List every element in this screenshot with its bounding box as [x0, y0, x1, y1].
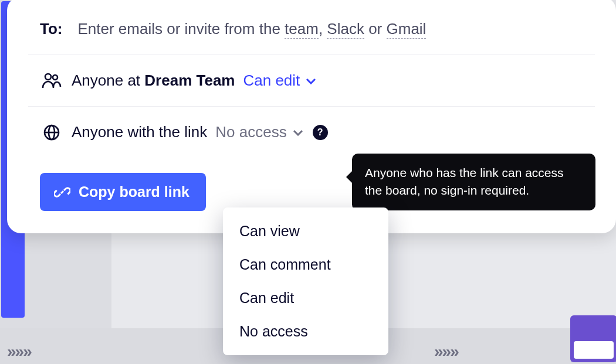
- link-icon: [54, 184, 70, 200]
- copy-button-label: Copy board link: [79, 183, 189, 200]
- team-permission-select[interactable]: Can edit: [243, 72, 316, 90]
- link-access-label: Anyone with the link: [72, 123, 207, 141]
- invite-input[interactable]: Enter emails or invite from the team, Sl…: [78, 20, 427, 38]
- invite-row: To: Enter emails or invite from the team…: [28, 13, 595, 55]
- people-icon: [40, 72, 63, 90]
- link-access-row: Anyone with the link No access ?: [28, 107, 595, 159]
- team-name: Dream Team: [144, 72, 235, 89]
- chevron-down-icon: [293, 129, 303, 136]
- globe-icon: [40, 124, 63, 141]
- help-icon[interactable]: ?: [313, 125, 328, 140]
- permission-option-no-access[interactable]: No access: [223, 315, 388, 348]
- placeholder-prefix: Enter emails or invite from the: [78, 20, 285, 38]
- invite-from-slack-link[interactable]: Slack: [327, 20, 364, 39]
- svg-point-0: [45, 74, 51, 80]
- permission-option-can-view[interactable]: Can view: [223, 215, 388, 248]
- permission-option-can-edit[interactable]: Can edit: [223, 281, 388, 315]
- link-access-tooltip: Anyone who has the link can access the b…: [352, 154, 595, 210]
- permission-option-can-comment[interactable]: Can comment: [223, 248, 388, 281]
- to-label: To:: [40, 20, 63, 38]
- team-permission-value: Can edit: [243, 72, 300, 90]
- chevron-down-icon: [306, 77, 316, 84]
- invite-from-team-link[interactable]: team: [285, 20, 319, 39]
- team-access-row: Anyone at Dream Team Can edit: [28, 55, 595, 107]
- link-permission-dropdown: Can view Can comment Can edit No access: [223, 207, 388, 355]
- invite-from-gmail-link[interactable]: Gmail: [387, 20, 427, 39]
- link-permission-value: No access: [215, 123, 286, 141]
- tooltip-text: Anyone who has the link can access the b…: [365, 166, 564, 197]
- copy-board-link-button[interactable]: Copy board link: [40, 173, 206, 211]
- team-access-label: Anyone at Dream Team: [72, 72, 235, 90]
- link-permission-select[interactable]: No access: [215, 123, 303, 141]
- svg-point-1: [53, 75, 57, 80]
